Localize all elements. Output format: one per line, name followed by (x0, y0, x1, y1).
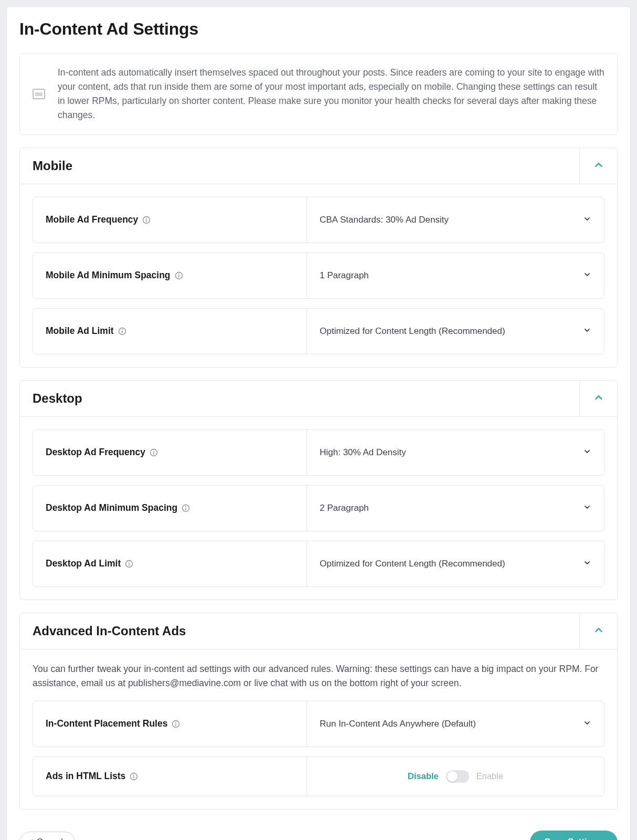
info-banner: In-content ads automatically insert them… (19, 54, 618, 135)
advanced-section-desc: You can further tweak your in-content ad… (33, 662, 604, 690)
chevron-up-icon (593, 159, 604, 173)
svg-rect-3 (146, 219, 147, 222)
mobile-ad-spacing-select[interactable]: 1 Paragraph (320, 270, 591, 281)
info-icon[interactable] (150, 448, 158, 457)
setting-label: Mobile Ad Minimum Spacing (33, 253, 307, 298)
svg-rect-15 (185, 507, 186, 510)
advanced-section: Advanced In-Content Ads You can further … (19, 613, 618, 810)
mobile-ad-spacing-label: Mobile Ad Minimum Spacing (46, 270, 171, 281)
svg-point-22 (176, 722, 177, 723)
mobile-section-title: Mobile (20, 148, 579, 184)
mobile-ad-limit-value: Optimized for Content Length (Recommende… (320, 326, 505, 337)
svg-rect-21 (176, 723, 176, 726)
save-settings-button[interactable]: Save Settings (530, 831, 618, 840)
cancel-button[interactable]: Cancel (19, 832, 75, 840)
desktop-section-title: Desktop (20, 381, 579, 416)
chevron-left-icon (28, 837, 35, 840)
toggle-enable-label: Enable (476, 771, 503, 781)
chevron-down-icon (583, 559, 591, 569)
setting-label: Desktop Ad Frequency (33, 430, 307, 475)
mobile-section-body: Mobile Ad Frequency CBA Standards: 30% A… (20, 184, 617, 367)
save-button-label: Save Settings (545, 837, 603, 840)
info-icon[interactable] (182, 504, 190, 512)
mobile-ad-frequency-row: Mobile Ad Frequency CBA Standards: 30% A… (33, 197, 604, 243)
ads-html-lists-label: Ads in HTML Lists (46, 771, 125, 782)
info-icon[interactable] (175, 271, 183, 280)
desktop-ad-frequency-value: High: 30% Ad Density (320, 447, 406, 458)
svg-rect-6 (178, 275, 179, 277)
desktop-section-body: Desktop Ad Frequency High: 30% Ad Densit… (20, 416, 617, 600)
desktop-ad-limit-select[interactable]: Optimized for Content Length (Recommende… (320, 559, 591, 569)
desktop-collapse-button[interactable] (579, 381, 617, 416)
svg-rect-9 (122, 330, 122, 333)
desktop-ad-limit-row: Desktop Ad Limit Optimized for Content L… (33, 541, 604, 587)
svg-rect-24 (134, 776, 134, 779)
desktop-section-header: Desktop (20, 381, 617, 416)
advanced-section-title: Advanced In-Content Ads (20, 613, 579, 649)
info-icon[interactable] (118, 327, 126, 335)
mobile-ad-frequency-select[interactable]: CBA Standards: 30% Ad Density (320, 215, 591, 225)
setting-label: Mobile Ad Frequency (33, 197, 307, 243)
svg-rect-1 (35, 92, 43, 96)
mobile-section-header: Mobile (20, 148, 617, 184)
setting-label: Ads in HTML Lists (33, 757, 307, 796)
chevron-down-icon (583, 326, 591, 337)
advanced-section-body: You can further tweak your in-content ad… (20, 649, 617, 809)
desktop-ad-spacing-row: Desktop Ad Minimum Spacing 2 Paragraph (33, 485, 604, 531)
svg-point-19 (129, 561, 130, 562)
advanced-section-header: Advanced In-Content Ads (20, 613, 617, 649)
svg-point-10 (122, 329, 123, 330)
toggle-knob (447, 771, 458, 782)
mobile-ad-frequency-value: CBA Standards: 30% Ad Density (320, 215, 449, 225)
mobile-collapse-button[interactable] (579, 148, 617, 184)
ads-html-lists-toggle-group: Disable Enable (320, 770, 591, 783)
chevron-down-icon (583, 270, 591, 281)
setting-label: Desktop Ad Limit (33, 541, 307, 586)
info-icon[interactable] (130, 772, 138, 781)
desktop-section: Desktop Desktop Ad Frequency High: 30% A… (19, 380, 618, 600)
desktop-ad-limit-label: Desktop Ad Limit (46, 558, 121, 569)
chevron-up-icon (593, 392, 604, 405)
toggle-disable-label: Disable (408, 771, 439, 781)
chevron-down-icon (583, 503, 591, 513)
page-title: In-Content Ad Settings (19, 19, 618, 39)
mobile-section: Mobile Mobile Ad Frequency CBA Standards… (19, 148, 618, 368)
info-icon[interactable] (172, 720, 180, 728)
chevron-down-icon (583, 447, 591, 458)
setting-label: Desktop Ad Minimum Spacing (33, 486, 307, 531)
placement-rules-label: In-Content Placement Rules (46, 718, 167, 729)
desktop-ad-frequency-label: Desktop Ad Frequency (46, 447, 145, 458)
svg-rect-18 (129, 563, 130, 565)
cancel-button-label: Cancel (37, 837, 63, 840)
svg-point-13 (153, 450, 154, 451)
mobile-ad-limit-select[interactable]: Optimized for Content Length (Recommende… (320, 326, 591, 337)
info-icon[interactable] (142, 216, 151, 224)
desktop-ad-spacing-select[interactable]: 2 Paragraph (320, 503, 591, 513)
mobile-ad-frequency-label: Mobile Ad Frequency (46, 214, 138, 225)
advanced-collapse-button[interactable] (579, 613, 617, 649)
svg-point-16 (185, 506, 186, 507)
svg-point-7 (178, 273, 179, 274)
placement-rules-row: In-Content Placement Rules Run In-Conten… (33, 701, 604, 747)
desktop-ad-spacing-label: Desktop Ad Minimum Spacing (46, 502, 177, 513)
info-icon[interactable] (125, 560, 133, 568)
settings-page: In-Content Ad Settings In-content ads au… (6, 6, 631, 840)
desktop-ad-limit-value: Optimized for Content Length (Recommende… (320, 559, 505, 569)
placement-rules-select[interactable]: Run In-Content Ads Anywhere (Default) (320, 719, 591, 729)
info-banner-text: In-content ads automatically insert them… (58, 66, 604, 123)
chevron-down-icon (583, 215, 591, 225)
desktop-ad-spacing-value: 2 Paragraph (320, 503, 369, 513)
mobile-ad-limit-label: Mobile Ad Limit (46, 326, 114, 337)
setting-label: Mobile Ad Limit (33, 309, 307, 354)
svg-point-25 (133, 774, 134, 775)
placement-rules-value: Run In-Content Ads Anywhere (Default) (320, 719, 476, 729)
mobile-ad-limit-row: Mobile Ad Limit Optimized for Content Le… (33, 308, 604, 354)
desktop-ad-frequency-select[interactable]: High: 30% Ad Density (320, 447, 591, 458)
mobile-ad-spacing-value: 1 Paragraph (320, 270, 369, 281)
ads-html-lists-toggle[interactable] (446, 770, 469, 783)
svg-point-4 (146, 217, 147, 218)
desktop-ad-frequency-row: Desktop Ad Frequency High: 30% Ad Densit… (33, 429, 604, 476)
svg-rect-12 (153, 452, 154, 454)
setting-label: In-Content Placement Rules (33, 701, 307, 747)
footer-bar: Cancel Save Settings (19, 831, 618, 840)
